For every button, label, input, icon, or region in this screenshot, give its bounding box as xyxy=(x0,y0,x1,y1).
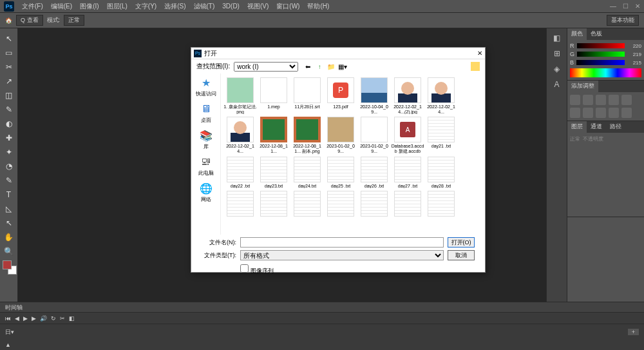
timeline-rewind-icon[interactable]: ⏮ xyxy=(5,315,11,322)
filetype-select[interactable]: 所有格式 xyxy=(240,250,444,260)
menu-filter[interactable]: 滤镜(T) xyxy=(190,2,219,11)
file-item[interactable]: 1.mep xyxy=(257,77,290,114)
menu-type[interactable]: 文字(Y) xyxy=(131,2,160,11)
menu-image[interactable]: 图像(I) xyxy=(76,2,102,11)
file-item[interactable]: day23.txt xyxy=(257,157,290,189)
dialog-close-icon[interactable]: ✕ xyxy=(477,50,482,57)
adj-icon[interactable] xyxy=(570,108,580,118)
pen-tool[interactable]: ◺ xyxy=(1,202,17,215)
adj-icon[interactable] xyxy=(609,108,619,118)
timeline-trans-icon[interactable]: ◧ xyxy=(69,315,75,322)
b-slider[interactable] xyxy=(576,60,625,65)
tab-paths[interactable]: 路径 xyxy=(606,121,625,133)
gradient-tool[interactable]: ✎ xyxy=(1,174,17,187)
timeline-audio-icon[interactable]: 🔊 xyxy=(40,315,47,322)
stamp-tool[interactable]: ✦ xyxy=(1,146,17,159)
type-tool[interactable]: T xyxy=(1,188,17,201)
side-desktop[interactable]: 🖥桌面 xyxy=(199,102,213,124)
menu-select[interactable]: 选择(S) xyxy=(160,2,189,11)
lasso-tool[interactable]: ✂ xyxy=(1,61,17,73)
heal-tool[interactable]: ◐ xyxy=(1,117,17,130)
menu-layer[interactable]: 图层(L) xyxy=(103,2,131,11)
r-slider[interactable] xyxy=(577,43,625,48)
file-item[interactable]: day28 .txt xyxy=(424,157,458,189)
home-icon[interactable]: 🏠 xyxy=(5,17,12,24)
adj-icon[interactable] xyxy=(583,95,593,105)
timeline-prev-icon[interactable]: ◀ xyxy=(15,315,19,322)
timeline-add-icon[interactable]: + xyxy=(628,329,639,335)
tab-color[interactable]: 颜色 xyxy=(567,28,587,40)
file-item[interactable]: 2022-12-02_14... xyxy=(424,77,458,114)
eyedrop-tool[interactable]: ✎ xyxy=(1,103,17,116)
timeline-split-icon[interactable]: ✂ xyxy=(60,315,65,322)
adj-icon[interactable] xyxy=(570,95,580,105)
file-item[interactable] xyxy=(391,191,424,217)
maximize-icon[interactable]: ☐ xyxy=(623,3,629,10)
folder-select[interactable]: work (I) xyxy=(234,62,298,72)
tab-adjustments[interactable]: 添加调整 xyxy=(567,81,598,92)
file-item[interactable]: 2023-01-02_09... xyxy=(357,117,391,153)
menu-edit[interactable]: 编辑(E) xyxy=(47,2,76,11)
adj-icon[interactable] xyxy=(583,108,593,118)
file-item[interactable]: 2022-12-08_11... 副本.png xyxy=(290,117,324,153)
minimize-icon[interactable]: — xyxy=(610,3,616,10)
timeline-track-btn[interactable]: 日▾ xyxy=(5,328,14,336)
newfolder-icon[interactable]: 📁 xyxy=(327,62,336,71)
fg-bg-swatch[interactable] xyxy=(1,259,17,277)
path-tool[interactable]: ↖ xyxy=(1,217,17,229)
up-icon[interactable]: ↑ xyxy=(315,62,324,71)
tab-layers[interactable]: 图层 xyxy=(567,121,587,133)
file-item[interactable]: day22 .txt xyxy=(223,157,257,189)
menu-view[interactable]: 视图(V) xyxy=(243,2,272,11)
adj-icon[interactable] xyxy=(621,108,632,118)
wand-tool[interactable]: ↗ xyxy=(1,75,17,88)
sequence-checkbox[interactable] xyxy=(240,264,249,273)
filename-input[interactable] xyxy=(240,237,444,248)
adj-icon[interactable] xyxy=(596,108,606,118)
zoom-display[interactable]: Q 查看 xyxy=(16,15,43,26)
eraser-tool[interactable]: ◔ xyxy=(1,160,17,173)
open-button[interactable]: 打开(O) xyxy=(448,237,475,248)
file-item[interactable] xyxy=(257,191,290,217)
tab-swatches[interactable]: 色板 xyxy=(587,28,606,40)
file-item[interactable]: day25 .txt xyxy=(324,157,357,189)
file-item[interactable]: day26 .txt xyxy=(357,157,391,189)
file-item[interactable]: 2022-12-02_14... xyxy=(223,117,257,153)
side-thispc[interactable]: 🖳此电脑 xyxy=(198,155,214,177)
side-libraries[interactable]: 📚库 xyxy=(199,129,213,150)
file-item[interactable] xyxy=(223,191,257,217)
file-item[interactable]: 2023-01-02_09... xyxy=(324,117,357,153)
g-slider[interactable] xyxy=(577,52,625,57)
file-item[interactable]: day21 .txt xyxy=(424,117,458,153)
menu-help[interactable]: 帮助(H) xyxy=(303,2,333,11)
file-item[interactable]: 1. 康奈尔笔记法.png xyxy=(223,77,257,114)
file-list[interactable]: 1. 康奈尔笔记法.png1.mep11月28日.srt123.pdf2022-… xyxy=(221,73,485,235)
file-item[interactable] xyxy=(357,191,391,217)
timeline-loop-icon[interactable]: ↻ xyxy=(51,315,56,322)
file-item[interactable]: day24.txt xyxy=(290,157,324,189)
timeline-zoom-out-icon[interactable]: ▲ xyxy=(5,342,11,348)
file-item[interactable]: 123.pdf xyxy=(324,77,357,114)
file-item[interactable]: 11月28日.srt xyxy=(290,77,324,114)
side-network[interactable]: 🌐网络 xyxy=(199,182,213,203)
side-quickaccess[interactable]: ★快速访问 xyxy=(196,76,216,97)
menu-window[interactable]: 窗口(W) xyxy=(272,2,303,11)
close-icon[interactable]: ✕ xyxy=(635,3,640,10)
file-item[interactable]: 2022-10-04_09... xyxy=(357,77,391,114)
color-spectrum[interactable] xyxy=(570,68,641,77)
adj-icon[interactable] xyxy=(596,95,606,105)
dock-icon-1[interactable]: ◧ xyxy=(553,34,560,43)
timeline-play-icon[interactable]: ▶ xyxy=(23,315,28,322)
workspace-select[interactable]: 基本功能 xyxy=(607,15,639,26)
move-tool[interactable]: ↖ xyxy=(1,32,17,45)
hand-tool[interactable]: ✋ xyxy=(1,231,17,244)
file-item[interactable]: 2022-12-08_11... xyxy=(257,117,290,153)
file-item[interactable] xyxy=(324,191,357,217)
adj-icon[interactable] xyxy=(621,95,632,105)
crop-tool[interactable]: ◫ xyxy=(1,89,17,102)
menu-3d[interactable]: 3D(D) xyxy=(218,3,243,10)
blend-mode[interactable]: 正常 xyxy=(570,135,580,142)
menu-file[interactable]: 文件(F) xyxy=(18,2,47,11)
zoom-tool[interactable]: 🔍 xyxy=(1,245,17,258)
mode-select[interactable]: 正常 xyxy=(64,15,84,26)
